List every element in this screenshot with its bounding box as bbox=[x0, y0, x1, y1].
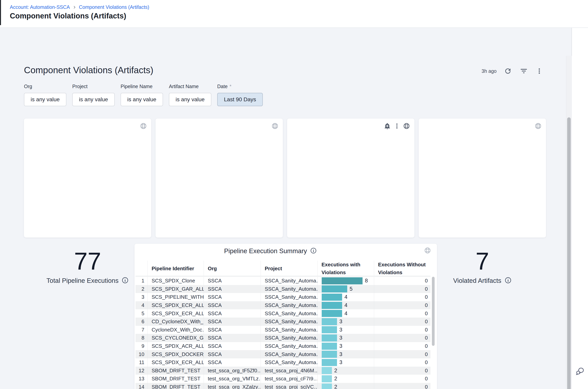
violations-bar bbox=[322, 326, 337, 333]
filter-label: Pipeline Name bbox=[121, 84, 153, 89]
card-actions bbox=[535, 123, 542, 130]
violations-bar-cell: 8 bbox=[317, 277, 374, 285]
table-row: 10 SCS_SPDX_DOCKER_… SSCA SSCA_Sanity_Au… bbox=[136, 350, 430, 358]
violations-bar bbox=[322, 334, 337, 342]
without-violations-cell: 0 bbox=[374, 358, 430, 367]
violations-count: 3 bbox=[339, 327, 342, 333]
project-cell: SSCA_Sanity_Automa… bbox=[261, 358, 317, 367]
info-icon[interactable] bbox=[505, 277, 512, 285]
row-index-cell: 7 bbox=[136, 326, 148, 334]
pipeline-identifier-cell: SCS_SPDX_GAR_ALL… bbox=[148, 285, 204, 293]
without-violations-cell: 0 bbox=[374, 277, 430, 285]
row-index-cell: 13 bbox=[136, 375, 148, 383]
filter-value-chip[interactable]: is any value bbox=[72, 93, 115, 106]
org-cell: SSCA bbox=[204, 334, 261, 342]
project-cell: test_ssca_proj_cF7I9… bbox=[261, 375, 317, 383]
table-row: 9 SCS_SPDX_ACR_ALL… SSCA SSCA_Sanity_Aut… bbox=[136, 342, 430, 350]
row-index-cell: 2 bbox=[136, 285, 148, 293]
globe-icon[interactable] bbox=[403, 123, 410, 130]
org-cell: SSCA bbox=[204, 342, 261, 350]
column-header-project[interactable]: Project bbox=[261, 261, 317, 276]
violations-bar bbox=[322, 351, 337, 358]
kpi-card: 75 Executions with Component Violatio… bbox=[156, 119, 283, 237]
breadcrumb-page-link[interactable]: Component Violations (Artifacts) bbox=[79, 4, 149, 10]
violations-bar bbox=[322, 302, 342, 309]
violations-bar-cell: 2 bbox=[317, 367, 374, 375]
violations-count: 3 bbox=[339, 343, 342, 349]
filter-label: Date bbox=[217, 84, 228, 89]
filter-value-chip[interactable]: is any value bbox=[121, 93, 163, 106]
pipeline-identifier-cell: SCS_CYCLONEDX_GA… bbox=[148, 334, 204, 342]
info-icon[interactable] bbox=[122, 277, 129, 285]
violations-bar bbox=[322, 343, 337, 350]
column-header-pipeline[interactable]: Pipeline Identifier bbox=[148, 261, 204, 276]
kpi-card: 7 Violated Artifacts bbox=[419, 119, 546, 237]
filter-lines-icon bbox=[520, 67, 527, 75]
page-title: Component Violations (Artifacts) bbox=[10, 12, 126, 20]
violations-count: 4 bbox=[345, 311, 347, 317]
table-row: 11 SCS_SPDX_ECR_ALL_… SSCA SSCA_Sanity_A… bbox=[136, 358, 430, 367]
without-violations-cell: 0 bbox=[374, 326, 430, 334]
filter-value: Last 90 Days bbox=[224, 96, 256, 103]
violations-count: 2 bbox=[334, 376, 337, 382]
column-header-org[interactable]: Org bbox=[204, 261, 261, 276]
filter-value-chip[interactable]: is any value bbox=[24, 93, 66, 106]
globe-icon[interactable] bbox=[272, 123, 278, 130]
row-index-cell: 1 bbox=[136, 277, 148, 285]
filter-label-row: Project bbox=[72, 84, 115, 89]
row-index-cell: 14 bbox=[136, 383, 148, 389]
column-header-without-violations[interactable]: Executions Without Violations bbox=[374, 261, 430, 276]
project-cell: SSCA_Sanity_Automa… bbox=[261, 277, 317, 285]
violations-count: 3 bbox=[339, 359, 342, 365]
table-row: 2 SCS_SPDX_GAR_ALL… SSCA SSCA_Sanity_Aut… bbox=[136, 285, 430, 293]
without-violations-cell: 0 bbox=[374, 350, 430, 358]
kpi-value: 7 bbox=[419, 249, 546, 273]
without-violations-cell: 0 bbox=[374, 318, 430, 326]
filter-value: is any value bbox=[79, 96, 108, 103]
project-cell: SSCA_Sanity_Automa… bbox=[261, 318, 317, 326]
card-actions bbox=[384, 123, 410, 130]
table-row: 14 SBOM_DRIFT_TEST test_ssca_org_XZalzy…… bbox=[136, 383, 430, 389]
org-cell: SSCA bbox=[204, 277, 261, 285]
violations-bar-cell: 5 bbox=[317, 285, 374, 293]
filter-label: Artifact Name bbox=[169, 84, 199, 89]
page-scrollbar-thumb[interactable] bbox=[567, 117, 571, 389]
page-header: Account: Automation-SSCA Component Viola… bbox=[0, 0, 588, 28]
pipeline-identifier-cell: SBOM_DRIFT_TEST bbox=[148, 367, 204, 375]
globe-icon[interactable] bbox=[535, 123, 542, 130]
project-cell: SSCA_Sanity_Automa… bbox=[261, 309, 317, 318]
filter-value: is any value bbox=[31, 96, 60, 103]
project-cell: SSCA_Sanity_Automa… bbox=[261, 350, 317, 358]
table-row: 4 SCS_SPDX_ECR_ALL_… SSCA SSCA_Sanity_Au… bbox=[136, 301, 430, 310]
pipeline-summary-card: Pipeline Execution Summary Pipeline Iden… bbox=[135, 244, 437, 389]
more-menu-button[interactable] bbox=[535, 67, 544, 75]
globe-icon[interactable] bbox=[140, 123, 147, 130]
without-violations-cell: 0 bbox=[374, 367, 430, 375]
table-scrollbar-thumb[interactable] bbox=[432, 277, 435, 346]
filter-value-chip[interactable]: Last 90 Days bbox=[217, 93, 263, 106]
violations-bar-cell: 2 bbox=[317, 383, 374, 389]
globe-icon[interactable] bbox=[424, 247, 431, 255]
table-row: 8 SCS_CYCLONEDX_GA… SSCA SSCA_Sanity_Aut… bbox=[136, 334, 430, 342]
filters-button[interactable] bbox=[519, 66, 528, 76]
pipeline-identifier-cell: SBOM_DRIFT_TEST bbox=[148, 383, 204, 389]
table-row: 5 SCS_SPDX_ECR_ALL_… SSCA SSCA_Sanity_Au… bbox=[136, 309, 430, 318]
without-violations-cell: 0 bbox=[374, 334, 430, 342]
dashboard-controls: 3h ago bbox=[482, 66, 544, 76]
violations-bar bbox=[322, 384, 332, 389]
row-index-cell: 10 bbox=[136, 350, 148, 358]
breadcrumb-account-link[interactable]: Account: Automation-SSCA bbox=[10, 4, 70, 10]
violations-count: 4 bbox=[345, 294, 347, 300]
chat-launcher-icon[interactable] bbox=[575, 366, 585, 376]
org-cell: SSCA bbox=[204, 326, 261, 334]
kebab-icon[interactable] bbox=[394, 123, 400, 129]
bell-plus-icon[interactable] bbox=[384, 123, 391, 130]
org-cell: SSCA bbox=[204, 358, 261, 367]
violations-count: 3 bbox=[339, 319, 342, 325]
column-header-with-violations[interactable]: Executions with Violations bbox=[317, 261, 374, 276]
kpi-value: 77 bbox=[24, 249, 151, 273]
info-icon[interactable] bbox=[310, 247, 317, 255]
card-actions bbox=[140, 123, 147, 130]
refresh-button[interactable] bbox=[503, 66, 513, 76]
filter-value-chip[interactable]: is any value bbox=[169, 93, 211, 106]
